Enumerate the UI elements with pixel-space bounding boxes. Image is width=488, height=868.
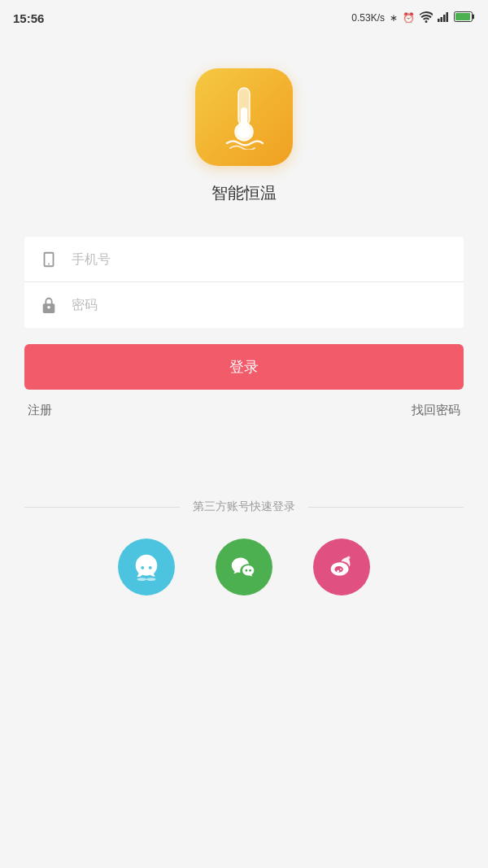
phone-input-row	[24, 237, 464, 282]
divider-line-left	[24, 507, 180, 508]
svg-point-14	[340, 569, 342, 570]
divider-line-right	[308, 507, 464, 508]
forgot-password-link[interactable]: 找回密码	[412, 403, 460, 418]
form-container	[24, 237, 464, 328]
third-party-label: 第三方账号快速登录	[180, 499, 308, 514]
svg-rect-2	[443, 15, 446, 22]
third-party-section: 第三方账号快速登录	[24, 499, 464, 595]
svg-rect-1	[441, 17, 443, 22]
phone-icon	[37, 248, 60, 271]
social-icons-row	[118, 539, 370, 595]
network-speed: 0.53K/s	[351, 12, 385, 24]
phone-input[interactable]	[72, 252, 451, 267]
app-title: 智能恒温	[211, 182, 277, 204]
register-link[interactable]: 注册	[28, 403, 52, 418]
svg-rect-0	[438, 19, 440, 22]
svg-rect-5	[473, 15, 474, 20]
main-content: 智能恒温 登录 注册 找回密码	[0, 36, 488, 595]
password-input-row	[24, 282, 464, 328]
alarm-icon: ⏰	[403, 12, 415, 24]
status-time: 15:56	[13, 11, 44, 25]
status-right: 0.53K/s ∗ ⏰	[351, 11, 475, 25]
lock-icon	[37, 294, 60, 316]
wifi-icon	[420, 11, 433, 25]
svg-rect-6	[455, 13, 470, 20]
svg-point-11	[137, 578, 146, 581]
battery-icon	[454, 11, 475, 24]
wechat-login-button[interactable]	[216, 539, 272, 595]
bluetooth-icon: ∗	[390, 12, 398, 24]
divider-row: 第三方账号快速登录	[24, 499, 464, 514]
status-bar: 15:56 0.53K/s ∗ ⏰	[0, 0, 488, 36]
app-icon	[195, 68, 293, 166]
svg-point-12	[146, 578, 155, 581]
svg-point-13	[337, 570, 339, 573]
qq-login-button[interactable]	[118, 539, 175, 595]
weibo-login-button[interactable]	[313, 539, 370, 595]
password-input[interactable]	[72, 298, 451, 312]
svg-point-10	[237, 125, 251, 138]
signal-icon	[438, 12, 449, 24]
login-button[interactable]: 登录	[24, 344, 464, 390]
svg-rect-3	[447, 12, 449, 22]
links-row: 注册 找回密码	[24, 403, 464, 418]
